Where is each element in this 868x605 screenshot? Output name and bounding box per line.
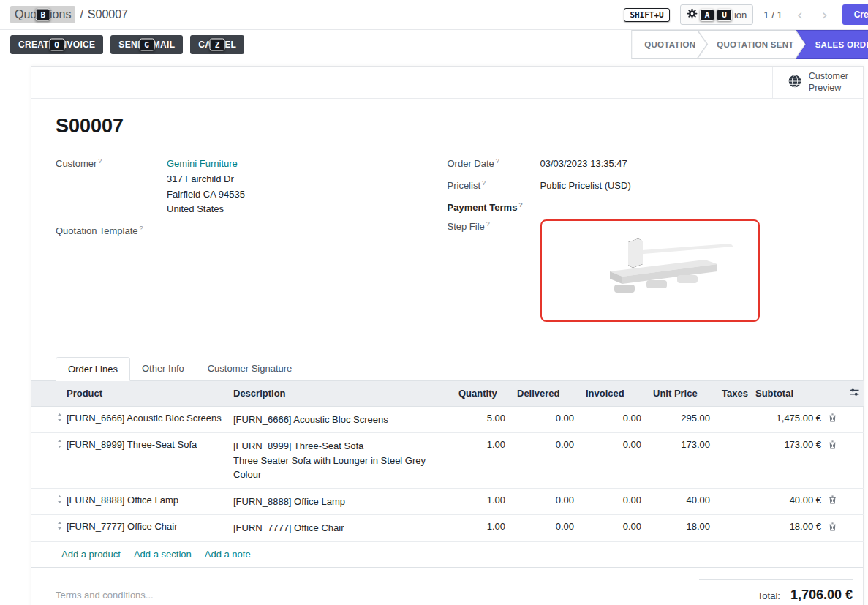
cell-unit-price[interactable]: 173.00 [647, 433, 716, 489]
breadcrumb-parent[interactable]: Quotations B [10, 6, 75, 23]
customer-address-line3: United States [167, 202, 245, 217]
subtotal-value: 40.00 € [790, 495, 821, 506]
notebook-tabs: Order Lines Other Info Customer Signatur… [31, 356, 863, 381]
tab-other-info[interactable]: Other Info [130, 357, 196, 381]
cell-unit-price[interactable]: 18.00 [647, 515, 716, 542]
cell-delivered[interactable]: 0.00 [511, 433, 580, 489]
add-section-link[interactable]: Add a section [134, 549, 192, 560]
pager-next-button[interactable]: › [818, 7, 832, 22]
row-drag-handle[interactable] [31, 488, 61, 515]
row-drag-handle[interactable] [31, 406, 61, 433]
step-file-label-text: Step File [448, 221, 485, 232]
help-icon: ? [518, 201, 523, 208]
cell-product[interactable]: [FURN_7777] Office Chair [61, 515, 227, 542]
field-pricelist: Pricelist? Public Pricelist (USD) [448, 179, 839, 194]
cancel-button[interactable]: CANCEL Z [190, 35, 244, 54]
cell-quantity[interactable]: 1.00 [453, 515, 511, 542]
add-note-link[interactable]: Add a note [205, 549, 251, 560]
cell-description[interactable]: [FURN_8999] Three-Seat Sofa Three Seater… [227, 433, 453, 489]
cell-delivered[interactable]: 0.00 [511, 406, 580, 433]
delete-row-button[interactable] [828, 440, 837, 450]
table-row: [FURN_7777] Office Chair [FURN_7777] Off… [31, 515, 864, 542]
cell-taxes[interactable] [716, 515, 750, 542]
help-icon: ? [486, 220, 490, 228]
delete-row-button[interactable] [828, 413, 837, 423]
customer-link[interactable]: Gemini Furniture [167, 158, 238, 169]
field-column-right: Order Date? 03/03/2023 13:35:47 Pricelis… [448, 157, 839, 328]
cell-quantity[interactable]: 1.00 [453, 433, 511, 489]
cell-product[interactable]: [FURN_6666] Acoustic Bloc Screens [61, 406, 227, 433]
cell-subtotal: 1,475.00 € [750, 406, 843, 433]
payment-terms-label: Payment Terms? [448, 200, 540, 213]
table-header-row: Product Description Quantity Delivered I… [31, 381, 864, 407]
optional-columns-button[interactable] [849, 387, 860, 398]
cell-invoiced[interactable]: 0.00 [580, 433, 647, 489]
send-email-button[interactable]: SEND EMAIL G [110, 35, 183, 54]
customer-preview-line1: Customer [809, 71, 848, 81]
total-label: Total: [758, 590, 780, 601]
col-subtotal: Subtotal [750, 381, 843, 407]
customer-preview-button[interactable]: Customer Preview [772, 67, 863, 98]
delete-row-button[interactable] [828, 522, 837, 532]
pager: 1 / 1 [763, 10, 782, 20]
kbd-hint-breadcrumb: B [35, 9, 50, 21]
cell-unit-price[interactable]: 295.00 [647, 406, 716, 433]
status-bar: QUOTATION QUOTATION SENT SALES ORDER [631, 30, 868, 59]
cell-taxes[interactable] [716, 488, 750, 515]
row-drag-handle[interactable] [31, 433, 61, 489]
table-row: [FURN_6666] Acoustic Bloc Screens [FURN_… [31, 406, 864, 433]
order-lines-table: Product Description Quantity Delivered I… [31, 381, 864, 542]
cell-delivered[interactable]: 0.00 [511, 488, 580, 515]
cell-taxes[interactable] [716, 433, 750, 489]
pager-prev-button[interactable]: ‹ [793, 7, 807, 22]
action-menu-button[interactable]: A U ion [680, 4, 754, 25]
step-file-image[interactable] [540, 219, 760, 322]
cell-description[interactable]: [FURN_8888] Office Lamp [227, 488, 453, 515]
cell-taxes[interactable] [716, 406, 750, 433]
stage-quotation[interactable]: QUOTATION [631, 30, 707, 59]
cell-quantity[interactable]: 5.00 [453, 406, 511, 433]
col-taxes: Taxes [716, 381, 750, 407]
delete-row-button[interactable] [828, 495, 837, 505]
pricelist-value[interactable]: Public Pricelist (USD) [540, 179, 631, 194]
total-amount: 1,706.00 € [790, 587, 853, 603]
help-icon: ? [496, 157, 499, 165]
create-button[interactable]: Create [842, 4, 868, 25]
create-invoice-button[interactable]: CREATE INVOICE Q [10, 35, 103, 54]
stage-quotation-sent[interactable]: QUOTATION SENT [698, 30, 805, 59]
cell-delivered[interactable]: 0.00 [511, 515, 580, 542]
cell-product[interactable]: [FURN_8888] Office Lamp [61, 488, 227, 515]
stage-sales-order[interactable]: SALES ORDER [796, 30, 868, 59]
table-row: [FURN_8999] Three-Seat Sofa [FURN_8999] … [31, 433, 864, 489]
cell-invoiced[interactable]: 0.00 [580, 406, 647, 433]
customer-address-line2: Fairfield CA 94535 [167, 187, 245, 203]
customer-address-line1: 317 Fairchild Dr [167, 172, 245, 187]
col-unit-price: Unit Price [647, 381, 716, 407]
order-date-value[interactable]: 03/03/2023 13:35:47 [540, 157, 627, 172]
cell-quantity[interactable]: 1.00 [453, 488, 511, 515]
page-title: S00007 [56, 115, 839, 138]
customer-preview-line2: Preview [809, 83, 841, 93]
add-product-link[interactable]: Add a product [61, 549, 121, 560]
cell-description[interactable]: [FURN_7777] Office Chair [227, 515, 453, 542]
cell-product[interactable]: [FURN_8999] Three-Seat Sofa [61, 433, 227, 489]
tab-customer-signature[interactable]: Customer Signature [196, 357, 304, 381]
quotation-template-label-text: Quotation Template [56, 226, 138, 237]
cell-spacer [843, 406, 864, 433]
quotation-template-label: Quotation Template? [56, 224, 167, 236]
customer-field-value: Gemini Furniture 317 Fairchild Dr Fairfi… [167, 157, 245, 217]
field-step-file: Step File? [448, 219, 839, 322]
cell-invoiced[interactable]: 0.00 [580, 515, 647, 542]
cell-invoiced[interactable]: 0.00 [580, 488, 647, 515]
globe-icon [788, 74, 802, 91]
cell-unit-price[interactable]: 40.00 [647, 488, 716, 515]
actions-bar: CREATE INVOICE Q SEND EMAIL G CANCEL Z Q… [0, 29, 868, 59]
field-payment-terms: Payment Terms? [448, 200, 839, 213]
form-sheet: Customer Preview S00007 Customer? Gemini… [31, 66, 864, 605]
row-drag-handle[interactable] [31, 515, 61, 542]
terms-and-conditions-input[interactable]: Terms and conditions... [56, 579, 154, 603]
cell-description[interactable]: [FURN_6666] Acoustic Bloc Screens [227, 406, 453, 433]
field-column-left: Customer? Gemini Furniture 317 Fairchild… [56, 157, 448, 328]
table-footer-links: Add a product Add a section Add a note [31, 542, 863, 568]
tab-order-lines[interactable]: Order Lines [56, 357, 130, 381]
